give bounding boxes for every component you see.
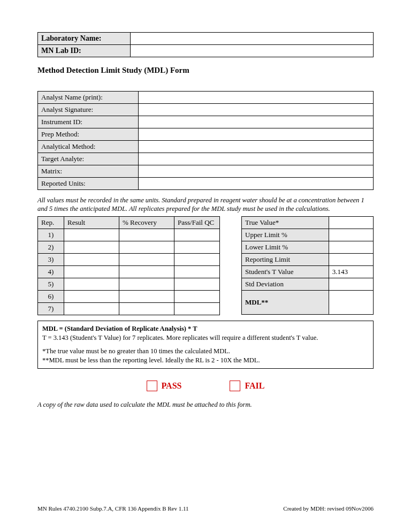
result-header: Result — [64, 217, 119, 229]
vals-label: True Value* — [242, 217, 329, 229]
vals-label: Lower Limit % — [242, 241, 329, 254]
formula-line1: MDL = (Standard Deviation of Replicate A… — [42, 324, 369, 333]
fail-label: FAIL — [245, 381, 264, 391]
vals-label: Reporting Limit — [242, 254, 329, 266]
qc-cell[interactable] — [174, 303, 220, 315]
result-cell[interactable] — [64, 229, 119, 241]
footer: MN Rules 4740.2100 Subp.7.A, CFR 136 App… — [37, 505, 374, 512]
rep-num: 3) — [38, 254, 64, 266]
units-note: All values must be recorded in the same … — [37, 196, 374, 213]
info-label: Reported Units: — [38, 178, 139, 190]
vals-label: Std Deviation — [242, 278, 329, 291]
recovery-cell[interactable] — [119, 278, 174, 291]
lab-name-label: Laboratory Name: — [38, 33, 131, 45]
rep-num: 5) — [38, 278, 64, 291]
qc-cell[interactable] — [174, 291, 220, 303]
rep-header: Rep. — [38, 217, 64, 229]
info-label: Matrix: — [38, 165, 139, 178]
info-label: Prep Method: — [38, 128, 139, 141]
info-label: Target Analyte: — [38, 153, 139, 165]
vals-label: Student's T Value — [242, 266, 329, 278]
rep-num: 4) — [38, 266, 64, 278]
result-cell[interactable] — [64, 291, 119, 303]
vals-label-mdl: MDL** — [242, 291, 329, 315]
result-cell[interactable] — [64, 241, 119, 254]
qc-cell[interactable] — [174, 278, 220, 291]
rep-num: 1) — [38, 229, 64, 241]
info-value[interactable] — [139, 128, 374, 141]
info-label: Analytical Method: — [38, 141, 139, 153]
attach-note: A copy of the raw data used to calculate… — [37, 401, 374, 409]
vals-value[interactable] — [329, 278, 373, 291]
formula-line4: **MDL must be less than the reporting le… — [42, 356, 369, 365]
lab-name-value[interactable] — [131, 33, 374, 45]
info-label: Analyst Signature: — [38, 104, 139, 116]
result-cell[interactable] — [64, 303, 119, 315]
info-value[interactable] — [139, 178, 374, 190]
result-cell[interactable] — [64, 254, 119, 266]
info-value[interactable] — [139, 116, 374, 128]
footer-left: MN Rules 4740.2100 Subp.7.A, CFR 136 App… — [37, 505, 189, 512]
vals-value[interactable]: 3.143 — [329, 266, 373, 278]
qc-cell[interactable] — [174, 266, 220, 278]
result-cell[interactable] — [64, 278, 119, 291]
qc-cell[interactable] — [174, 241, 220, 254]
fail-option[interactable]: FAIL — [230, 381, 264, 391]
result-cell[interactable] — [64, 266, 119, 278]
info-table: Analyst Name (print): Analyst Signature:… — [37, 91, 374, 190]
mn-lab-id-value[interactable] — [131, 45, 374, 57]
formula-line3: *The true value must be no greater than … — [42, 347, 369, 356]
vals-value[interactable] — [329, 254, 373, 266]
pass-option[interactable]: PASS — [147, 381, 182, 391]
vals-value[interactable] — [329, 229, 373, 241]
checkbox-icon[interactable] — [230, 381, 240, 391]
values-table: True Value* Upper Limit % Lower Limit % … — [241, 216, 374, 315]
vals-value[interactable] — [329, 241, 373, 254]
qc-cell[interactable] — [174, 254, 220, 266]
header-table: Laboratory Name: MN Lab ID: — [37, 32, 374, 57]
rep-num: 2) — [38, 241, 64, 254]
pass-label: PASS — [162, 381, 182, 391]
info-label: Analyst Name (print): — [38, 92, 139, 104]
vals-label: Upper Limit % — [242, 229, 329, 241]
qc-cell[interactable] — [174, 229, 220, 241]
mn-lab-id-label: MN Lab ID: — [38, 45, 131, 57]
rep-num: 7) — [38, 303, 64, 315]
info-value[interactable] — [139, 104, 374, 116]
vals-value[interactable] — [329, 217, 373, 229]
formula-line2: T = 3.143 (Student's T Value) for 7 repl… — [42, 333, 369, 343]
page-title: Method Detection Limit Study (MDL) Form — [37, 66, 374, 75]
info-label: Instrument ID: — [38, 116, 139, 128]
recovery-cell[interactable] — [119, 303, 174, 315]
recovery-cell[interactable] — [119, 241, 174, 254]
recovery-cell[interactable] — [119, 266, 174, 278]
info-value[interactable] — [139, 141, 374, 153]
info-value[interactable] — [139, 165, 374, 178]
checkbox-icon[interactable] — [147, 381, 157, 391]
recovery-cell[interactable] — [119, 254, 174, 266]
recovery-cell[interactable] — [119, 229, 174, 241]
qc-header: Pass/Fail QC — [174, 217, 220, 229]
recovery-header: % Recovery — [119, 217, 174, 229]
rep-num: 6) — [38, 291, 64, 303]
info-value[interactable] — [139, 92, 374, 104]
pass-fail-row: PASS FAIL — [37, 381, 374, 391]
vals-value-mdl[interactable] — [329, 291, 373, 315]
footer-right: Created by MDH: revised 09Nov2006 — [283, 505, 374, 512]
info-value[interactable] — [139, 153, 374, 165]
formula-box: MDL = (Standard Deviation of Replicate A… — [37, 321, 374, 369]
replicate-table: Rep. Result % Recovery Pass/Fail QC 1) 2… — [37, 216, 220, 315]
recovery-cell[interactable] — [119, 291, 174, 303]
